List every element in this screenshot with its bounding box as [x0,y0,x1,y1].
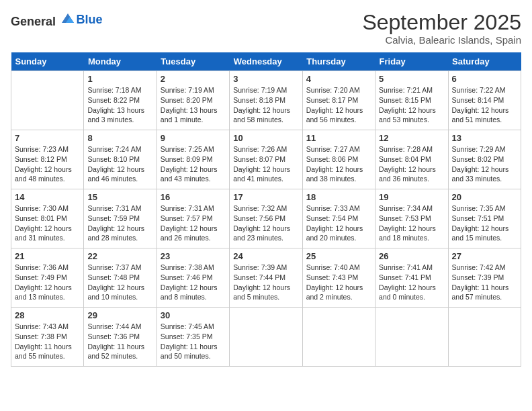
date-number: 3 [233,74,298,84]
calendar-cell: 6Sunrise: 7:22 AMSunset: 8:14 PMDaylight… [448,71,521,130]
calendar-cell: 24Sunrise: 7:39 AMSunset: 7:44 PMDayligh… [230,248,302,308]
calendar-cell: 1Sunrise: 7:18 AMSunset: 8:22 PMDaylight… [84,71,157,130]
calendar-cell: 12Sunrise: 7:28 AMSunset: 8:04 PMDayligh… [375,130,448,189]
calendar-cell [230,308,302,367]
date-number: 15 [87,192,152,202]
calendar-cell: 2Sunrise: 7:19 AMSunset: 8:20 PMDaylight… [157,71,229,130]
cell-info: Sunrise: 7:31 AMSunset: 7:59 PMDaylight:… [87,204,144,242]
date-number: 27 [452,251,517,261]
logo-blue: Blue [77,13,103,26]
cell-info: Sunrise: 7:31 AMSunset: 7:57 PMDaylight:… [161,204,218,242]
date-number: 10 [233,133,298,143]
cell-info: Sunrise: 7:30 AMSunset: 8:01 PMDaylight:… [15,204,72,242]
cell-info: Sunrise: 7:35 AMSunset: 7:51 PMDaylight:… [452,204,509,242]
date-number: 4 [306,74,371,84]
calendar-cell: 22Sunrise: 7:37 AMSunset: 7:48 PMDayligh… [84,248,157,308]
cell-info: Sunrise: 7:21 AMSunset: 8:15 PMDaylight:… [379,86,436,124]
cell-info: Sunrise: 7:44 AMSunset: 7:36 PMDaylight:… [87,322,144,360]
logo-general: General [11,15,56,28]
cell-info: Sunrise: 7:39 AMSunset: 7:44 PMDaylight:… [233,263,290,301]
calendar-cell: 16Sunrise: 7:31 AMSunset: 7:57 PMDayligh… [157,189,229,248]
header-thursday: Thursday [302,52,375,71]
date-number: 19 [379,192,444,202]
cell-info: Sunrise: 7:36 AMSunset: 7:49 PMDaylight:… [15,263,72,301]
date-number: 13 [452,133,517,143]
cell-info: Sunrise: 7:41 AMSunset: 7:41 PMDaylight:… [379,263,436,301]
logo: General Blue [11,11,103,28]
cell-info: Sunrise: 7:22 AMSunset: 8:14 PMDaylight:… [452,86,509,124]
date-number: 28 [15,310,80,320]
date-number: 5 [379,74,444,84]
cell-info: Sunrise: 7:43 AMSunset: 7:38 PMDaylight:… [15,322,72,360]
cell-info: Sunrise: 7:26 AMSunset: 8:07 PMDaylight:… [233,145,290,183]
calendar-cell: 27Sunrise: 7:42 AMSunset: 7:39 PMDayligh… [448,248,521,308]
date-number: 24 [233,251,298,261]
week-row-4: 21Sunrise: 7:36 AMSunset: 7:49 PMDayligh… [11,248,521,308]
date-number: 23 [161,251,226,261]
date-number: 2 [161,74,226,84]
calendar-cell: 9Sunrise: 7:25 AMSunset: 8:09 PMDaylight… [157,130,229,189]
day-header-row: Sunday Monday Tuesday Wednesday Thursday… [11,52,521,71]
header-friday: Friday [375,52,448,71]
calendar-cell: 14Sunrise: 7:30 AMSunset: 8:01 PMDayligh… [11,189,84,248]
page-header: General Blue September 2025 Calvia, Bale… [11,11,521,46]
calendar-cell: 3Sunrise: 7:19 AMSunset: 8:18 PMDaylight… [230,71,302,130]
title-area: September 2025 Calvia, Balearic Islands,… [362,11,521,46]
cell-info: Sunrise: 7:27 AMSunset: 8:06 PMDaylight:… [306,145,363,183]
date-number: 11 [306,133,371,143]
calendar-cell: 8Sunrise: 7:24 AMSunset: 8:10 PMDaylight… [84,130,157,189]
date-number: 20 [452,192,517,202]
cell-info: Sunrise: 7:33 AMSunset: 7:54 PMDaylight:… [306,204,363,242]
calendar-cell: 26Sunrise: 7:41 AMSunset: 7:41 PMDayligh… [375,248,448,308]
calendar-cell: 19Sunrise: 7:34 AMSunset: 7:53 PMDayligh… [375,189,448,248]
week-row-1: 1Sunrise: 7:18 AMSunset: 8:22 PMDaylight… [11,71,521,130]
header-wednesday: Wednesday [230,52,302,71]
calendar-cell: 20Sunrise: 7:35 AMSunset: 7:51 PMDayligh… [448,189,521,248]
calendar-cell: 4Sunrise: 7:20 AMSunset: 8:17 PMDaylight… [302,71,375,130]
calendar-cell [302,308,375,367]
cell-info: Sunrise: 7:23 AMSunset: 8:12 PMDaylight:… [15,145,72,183]
calendar-cell [11,71,84,130]
cell-info: Sunrise: 7:28 AMSunset: 8:04 PMDaylight:… [379,145,436,183]
date-number: 12 [379,133,444,143]
date-number: 9 [161,133,226,143]
date-number: 22 [87,251,152,261]
calendar-cell: 7Sunrise: 7:23 AMSunset: 8:12 PMDaylight… [11,130,84,189]
cell-info: Sunrise: 7:37 AMSunset: 7:48 PMDaylight:… [87,263,144,301]
date-number: 6 [452,74,517,84]
calendar-cell: 13Sunrise: 7:29 AMSunset: 8:02 PMDayligh… [448,130,521,189]
cell-info: Sunrise: 7:24 AMSunset: 8:10 PMDaylight:… [87,145,144,183]
cell-info: Sunrise: 7:29 AMSunset: 8:02 PMDaylight:… [452,145,509,183]
date-number: 17 [233,192,298,202]
cell-info: Sunrise: 7:18 AMSunset: 8:22 PMDaylight:… [87,86,144,124]
date-number: 25 [306,251,371,261]
week-row-2: 7Sunrise: 7:23 AMSunset: 8:12 PMDaylight… [11,130,521,189]
date-number: 30 [161,310,226,320]
subtitle: Calvia, Balearic Islands, Spain [362,34,521,46]
calendar-cell: 25Sunrise: 7:40 AMSunset: 7:43 PMDayligh… [302,248,375,308]
calendar-cell: 21Sunrise: 7:36 AMSunset: 7:49 PMDayligh… [11,248,84,308]
cell-info: Sunrise: 7:19 AMSunset: 8:20 PMDaylight:… [161,86,218,124]
cell-info: Sunrise: 7:42 AMSunset: 7:39 PMDaylight:… [452,263,509,301]
week-row-5: 28Sunrise: 7:43 AMSunset: 7:38 PMDayligh… [11,308,521,367]
date-number: 7 [15,133,80,143]
calendar-cell: 23Sunrise: 7:38 AMSunset: 7:46 PMDayligh… [157,248,229,308]
calendar-cell: 10Sunrise: 7:26 AMSunset: 8:07 PMDayligh… [230,130,302,189]
calendar-cell [375,308,448,367]
cell-info: Sunrise: 7:45 AMSunset: 7:35 PMDaylight:… [161,322,218,360]
date-number: 26 [379,251,444,261]
date-number: 18 [306,192,371,202]
cell-info: Sunrise: 7:38 AMSunset: 7:46 PMDaylight:… [161,263,218,301]
calendar-cell: 28Sunrise: 7:43 AMSunset: 7:38 PMDayligh… [11,308,84,367]
cell-info: Sunrise: 7:40 AMSunset: 7:43 PMDaylight:… [306,263,363,301]
calendar-cell: 11Sunrise: 7:27 AMSunset: 8:06 PMDayligh… [302,130,375,189]
date-number: 14 [15,192,80,202]
header-monday: Monday [84,52,157,71]
calendar-cell: 5Sunrise: 7:21 AMSunset: 8:15 PMDaylight… [375,71,448,130]
header-saturday: Saturday [448,52,521,71]
cell-info: Sunrise: 7:19 AMSunset: 8:18 PMDaylight:… [233,86,290,124]
calendar-cell [448,308,521,367]
date-number: 16 [161,192,226,202]
calendar-cell: 17Sunrise: 7:32 AMSunset: 7:56 PMDayligh… [230,189,302,248]
calendar-cell: 15Sunrise: 7:31 AMSunset: 7:59 PMDayligh… [84,189,157,248]
